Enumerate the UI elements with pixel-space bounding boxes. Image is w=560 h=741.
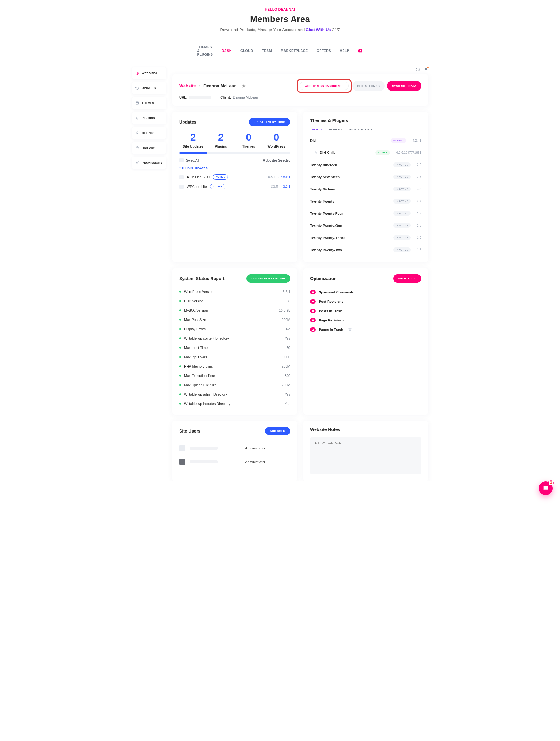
nav-item-marketplace[interactable]: MARKETPLACE [281,45,308,57]
count-badge: 0 [310,290,316,294]
status-value: 60 [287,346,290,349]
user-role: Administrator [245,460,265,464]
sidebar-item-websites[interactable]: WEBSITES [132,67,166,79]
website-notes-title: Website Notes [310,427,421,432]
status-label: Writable wp-includes Directory [184,402,230,406]
status-label: WordPress Version [184,290,213,293]
sidebar-item-history[interactable]: HISTORY [132,142,166,154]
optimization-label: Pages in Trash [319,328,343,331]
stat-site-updates: 2Site Updates [179,132,207,148]
sidebar-item-clients[interactable]: CLIENTS [132,127,166,139]
star-icon[interactable]: ★ [242,83,246,88]
status-value: Yes [285,402,290,406]
status-dot-icon [179,393,181,395]
nav-item-dash[interactable]: DASH [222,45,232,57]
optimization-label: Spammed Comments [319,290,354,294]
nav-item-help[interactable]: HELP [340,45,349,57]
trash-icon[interactable] [348,327,352,332]
status-label: Max Upload File Size [184,383,217,387]
site-settings-button[interactable]: SITE SETTINGS [352,81,384,91]
sidebar-item-plugins[interactable]: PLUGINS [132,112,166,124]
breadcrumb-root[interactable]: Website [179,83,196,88]
tab-plugins[interactable]: PLUGINS [329,128,342,134]
updates-title: Updates [179,120,196,125]
status-dot-icon [179,319,181,321]
svg-point-1 [360,50,361,51]
status-label: PHP Memory Limit [184,364,212,368]
bell-icon[interactable] [424,67,428,72]
status-value: 6.6.1 [283,290,290,293]
nav-item-themes-plugins[interactable]: THEMES & PLUGINS [197,42,213,61]
url-value-redacted [189,96,211,99]
chat-fab[interactable]: 3 [539,481,553,482]
theme-row: DiviPARENT4.27.1 [310,134,421,147]
stat-plugins: 2Plugins [207,132,234,148]
tab-auto-updates[interactable]: AUTO UPDATES [349,128,372,134]
sync-site-data-button[interactable]: SYNC SITE DATA [387,81,421,91]
stat-number: 2 [179,132,207,143]
avatar [179,445,186,451]
select-all-checkbox[interactable] [179,158,184,162]
chat-link[interactable]: Chat With Us [306,27,331,32]
svg-rect-3 [136,102,139,104]
nav-item-cloud[interactable]: CLOUD [240,45,253,57]
sidebar-item-permissions[interactable]: PERMISSIONS [132,157,166,169]
nav-item-offers[interactable]: OFFERS [317,45,331,57]
status-dot-icon [179,309,181,311]
optimization-card: Optimization DELETE ALL 0Spammed Comment… [303,268,428,414]
status-row: Max Input Time60 [179,343,290,352]
status-dot-icon [179,337,181,339]
user-account-icon[interactable] [358,49,363,54]
nav-item-team[interactable]: TEAM [262,45,272,57]
globe-icon [135,71,139,75]
divi-support-center-button[interactable]: DIVI SUPPORT CENTER [247,274,290,283]
updates-card: Updates UPDATE EVERYTHING 2Site Updates2… [172,112,297,262]
stat-label: WordPress [263,144,290,148]
status-row: Writable wp-includes DirectoryYes [179,399,290,408]
website-note-input[interactable] [310,437,421,474]
status-badge: INACTIVE [393,162,411,167]
count-badge: 2 [310,327,316,332]
status-label: MySQL Version [184,309,208,312]
optimization-row: 0Page Revisions [310,316,421,325]
status-badge: INACTIVE [393,248,411,252]
status-row: Writable wp-content DirectoryYes [179,334,290,343]
updates-progress-bar [179,152,290,154]
status-value: 200M [282,383,290,387]
optimization-label: Posts in Trash [319,309,342,313]
user-name-redacted [190,447,218,450]
status-badge: INACTIVE [393,223,411,228]
sidebar-item-updates[interactable]: UPDATES [132,82,166,94]
status-row: WordPress Version6.6.1 [179,287,290,296]
sidebar: WEBSITESUPDATESTHEMESPLUGINSCLIENTSHISTO… [132,67,166,169]
theme-version: 2.9 [417,163,421,166]
delete-all-button[interactable]: DELETE ALL [393,274,421,283]
plug-icon [135,116,139,120]
theme-version: 3.7 [417,175,421,179]
themes-plugins-tabs: THEMESPLUGINSAUTO UPDATES [310,128,421,134]
theme-name: Twenty Twenty-Three [310,236,345,240]
avatar [179,459,186,465]
sidebar-item-themes[interactable]: THEMES [132,97,166,109]
theme-name: ↳Divi Child [314,151,336,155]
update-everything-button[interactable]: UPDATE EVERYTHING [249,118,290,126]
update-checkbox[interactable] [179,185,184,189]
sidebar-item-label: THEMES [142,102,154,105]
optimization-label: Page Revisions [319,318,344,322]
status-value: No [286,327,290,331]
theme-name: Twenty Seventeen [310,175,340,179]
add-user-button[interactable]: ADD USER [265,427,290,435]
sidebar-item-label: WEBSITES [142,72,157,75]
tab-themes[interactable]: THEMES [310,128,322,134]
status-row: Max Post Size200M [179,315,290,324]
update-checkbox[interactable] [179,175,184,179]
status-badge: ACTIVE [375,150,390,155]
site-users-card: Site Users ADD USER AdministratorAdminis… [172,421,297,481]
wordpress-dashboard-button[interactable]: WORDPRESS DASHBOARD [300,82,349,90]
url-label: URL: [179,95,187,99]
refresh-icon[interactable] [416,67,420,72]
theme-row: Twenty SixteenINACTIVE3.3 [310,183,421,195]
status-label: Max Execution Time [184,374,215,378]
status-value: Yes [285,392,290,396]
sidebar-item-label: HISTORY [142,146,155,149]
